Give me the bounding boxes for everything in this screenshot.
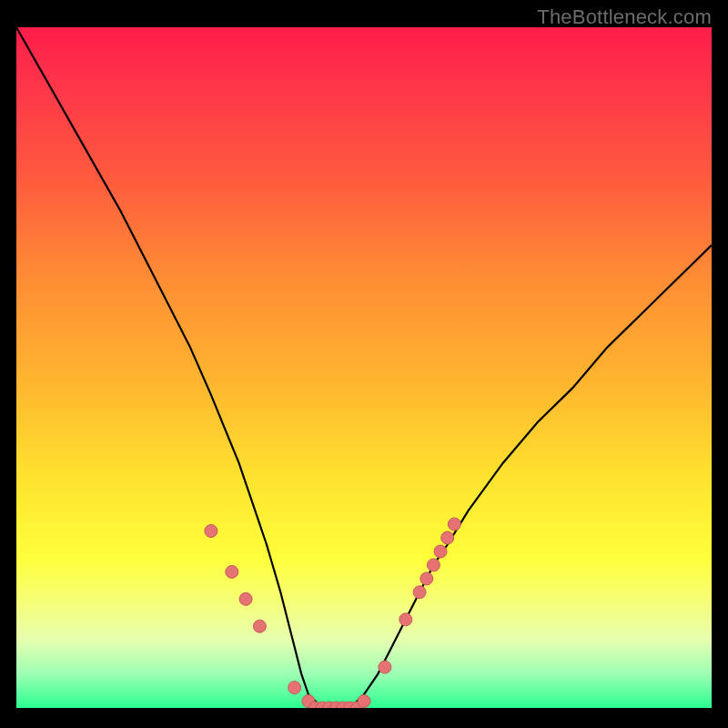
data-marker <box>379 661 391 673</box>
data-marker <box>399 613 412 626</box>
data-marker <box>427 559 440 571</box>
bottleneck-curve <box>16 27 712 708</box>
data-marker <box>413 586 426 599</box>
data-marker <box>420 572 433 585</box>
data-marker <box>288 682 301 694</box>
data-marker <box>239 592 252 605</box>
attribution-text: TheBottleneck.com <box>537 5 712 29</box>
chart-frame: TheBottleneck.com <box>0 0 728 728</box>
data-marker <box>448 518 460 531</box>
value-line <box>16 27 712 708</box>
plot-area <box>16 27 712 708</box>
data-marker <box>434 545 447 558</box>
data-marker <box>226 565 238 578</box>
data-markers <box>205 518 460 708</box>
data-marker <box>205 525 217 538</box>
data-marker <box>441 531 454 544</box>
data-marker <box>253 620 266 632</box>
data-marker <box>358 695 370 708</box>
